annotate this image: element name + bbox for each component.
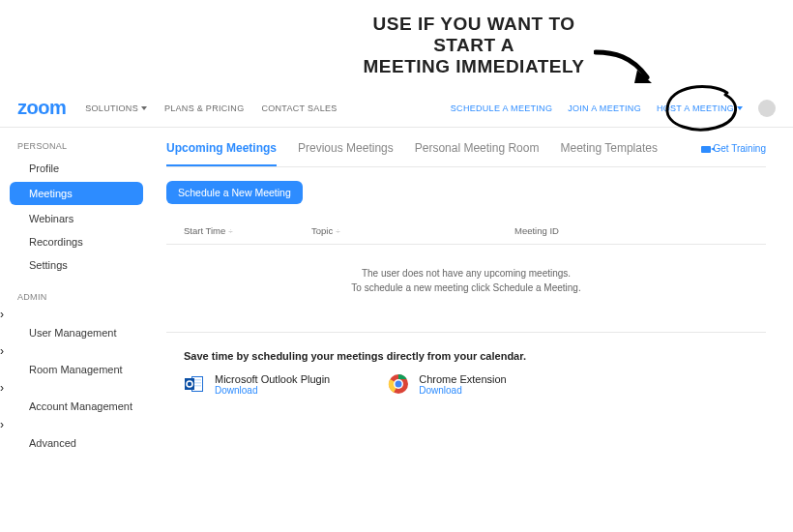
sidebar-item-recordings[interactable]: Recordings (0, 230, 153, 253)
empty-line2: To schedule a new meeting click Schedule… (166, 281, 766, 295)
body: PERSONAL Profile Meetings Webinars Recor… (0, 128, 793, 474)
arrow-icon (594, 44, 661, 93)
get-training-link[interactable]: Get Training (701, 143, 766, 154)
chevron-right-icon: › (0, 308, 4, 321)
sort-icon: ÷ (228, 227, 232, 236)
main-panel: Upcoming Meetings Previous Meetings Pers… (153, 128, 793, 474)
sidebar-item-settings[interactable]: Settings (0, 253, 153, 277)
plugin-chrome: Chrome Extension Download (388, 373, 507, 396)
tab-templates[interactable]: Meeting Templates (560, 141, 658, 166)
sidebar-section-personal: PERSONAL (0, 141, 153, 157)
sidebar-item-account-management[interactable]: Account Management (0, 395, 153, 418)
sort-icon: ÷ (336, 227, 339, 236)
plugin-outlook: Microsoft Outlook Plugin Download (184, 373, 330, 396)
empty-state: The user does not have any upcoming meet… (166, 245, 766, 322)
chrome-download-link[interactable]: Download (419, 385, 507, 396)
instruction-line2: MEETING IMMEDIATELY (363, 56, 584, 76)
empty-line1: The user does not have any upcoming meet… (166, 266, 766, 281)
chevron-down-icon (141, 106, 147, 110)
action-join-meeting[interactable]: JOIN A MEETING (568, 103, 641, 113)
nav-plans[interactable]: PLANS & PRICING (164, 103, 245, 113)
svg-rect-4 (193, 385, 201, 387)
chevron-right-icon: › (0, 381, 4, 395)
tab-upcoming[interactable]: Upcoming Meetings (166, 141, 277, 166)
tab-previous[interactable]: Previous Meetings (298, 141, 394, 166)
instruction-line1: USE IF YOU WANT TO START A (373, 14, 575, 55)
sidebar-item-room-management[interactable]: Room Management (0, 358, 153, 381)
chevron-right-icon: › (0, 418, 4, 431)
outlook-download-link[interactable]: Download (215, 385, 330, 396)
svg-rect-3 (193, 382, 201, 384)
sidebar-item-profile[interactable]: Profile (0, 157, 153, 180)
schedule-new-meeting-button[interactable]: Schedule a New Meeting (166, 181, 303, 204)
svg-point-9 (396, 381, 402, 388)
calendar-integration-block: Save time by scheduling your meetings di… (166, 332, 766, 396)
calendar-headline: Save time by scheduling your meetings di… (166, 350, 766, 362)
meetings-tabs: Upcoming Meetings Previous Meetings Pers… (166, 141, 766, 167)
top-navbar: zoom SOLUTIONS PLANS & PRICING CONTACT S… (0, 89, 793, 128)
tab-personal-room[interactable]: Personal Meeting Room (415, 141, 540, 166)
col-meeting-id: Meeting ID (514, 225, 766, 236)
sidebar-item-user-management[interactable]: User Management (0, 321, 153, 344)
meetings-table-header: Start Time÷ Topic÷ Meeting ID (166, 218, 766, 245)
sidebar-item-advanced[interactable]: Advanced (0, 431, 153, 455)
nav-solutions[interactable]: SOLUTIONS (85, 103, 147, 113)
col-topic[interactable]: Topic÷ (311, 225, 514, 236)
sidebar-section-admin: ADMIN (0, 292, 153, 308)
nav-right: SCHEDULE A MEETING JOIN A MEETING HOST A… (451, 100, 776, 117)
video-camera-icon (701, 146, 711, 153)
sidebar-item-webinars[interactable]: Webinars (0, 207, 153, 230)
nav-left: SOLUTIONS PLANS & PRICING CONTACT SALES (85, 103, 337, 113)
outlook-icon (184, 373, 205, 395)
chrome-title: Chrome Extension (419, 373, 507, 385)
sidebar: PERSONAL Profile Meetings Webinars Recor… (0, 128, 153, 474)
instruction-text: USE IF YOU WANT TO START A MEETING IMMED… (358, 14, 590, 77)
outlook-title: Microsoft Outlook Plugin (215, 373, 330, 385)
svg-rect-2 (193, 379, 201, 381)
chrome-icon (388, 373, 409, 395)
plugin-list: Microsoft Outlook Plugin Download (166, 362, 766, 396)
action-schedule-meeting[interactable]: SCHEDULE A MEETING (451, 103, 552, 113)
chevron-down-icon (737, 106, 743, 110)
chevron-right-icon: › (0, 344, 4, 358)
sidebar-item-meetings[interactable]: Meetings (10, 182, 143, 205)
nav-contact[interactable]: CONTACT SALES (261, 103, 337, 113)
zoom-logo: zoom (17, 97, 66, 119)
col-start-time[interactable]: Start Time÷ (166, 225, 311, 236)
action-host-meeting[interactable]: HOST A MEETING (657, 103, 743, 113)
avatar[interactable] (758, 100, 776, 117)
